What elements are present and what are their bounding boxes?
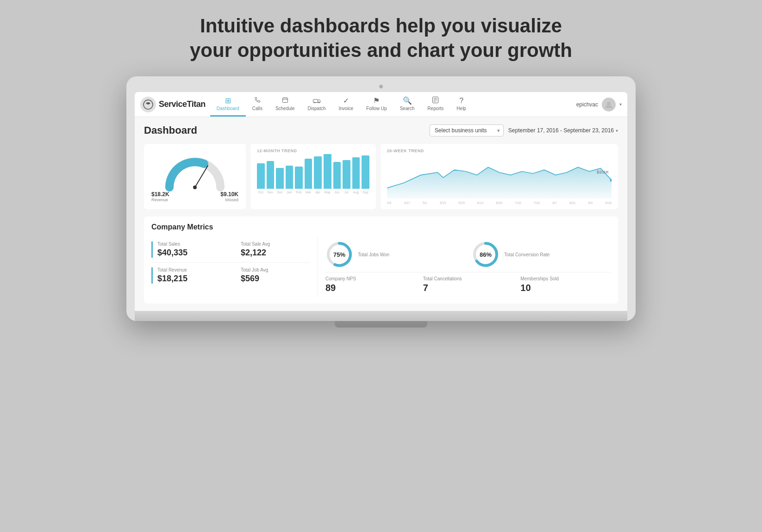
bar: [314, 156, 322, 189]
nav-items: ⊞ Dashboard Calls: [210, 92, 576, 117]
area-chart-title: 26-WEEK TREND: [387, 148, 612, 153]
memberships-sold-value: 10: [520, 283, 611, 293]
total-revenue-block: Total Revenue $18,215: [151, 267, 227, 284]
laptop-screen-frame: ServiceTitan ⊞ Dashboard Calls: [126, 76, 636, 321]
area-xlabel: 9/4: [588, 201, 593, 204]
missed-value: $9.10K: [220, 191, 238, 198]
area-chart-wrapper: $101K 4/34/175/15/155/296/126/267/107/24…: [387, 157, 612, 204]
bar-group: Jul: [343, 160, 350, 194]
nav-label-dashboard: Dashboard: [217, 106, 239, 111]
laptop-frame: ServiceTitan ⊞ Dashboard Calls: [126, 76, 636, 328]
memberships-sold-label: Memberships Sold: [520, 276, 611, 281]
bar-group: Aug: [352, 157, 360, 194]
dashboard-header: Dashboard Select business units Septembe…: [144, 124, 618, 136]
total-jobs-won-donut: 75%: [325, 241, 353, 268]
bar-label: Mar: [306, 191, 311, 194]
metrics-section: Company Metrics Total Sales $40,335: [144, 217, 618, 303]
bar-label: Jul: [344, 191, 349, 194]
page-headline: Intuitive dashboards help you visualize …: [190, 14, 572, 62]
followup-icon: ⚑: [373, 96, 380, 105]
logo-text: ServiceTitan: [159, 99, 206, 109]
bar-label: Feb: [296, 191, 302, 194]
bar-chart: OctNovDecJanFebMarAprMayJunJulAugSep: [257, 157, 369, 194]
schedule-icon: [282, 97, 288, 105]
bar-group: Oct: [257, 163, 265, 194]
bar-label: Jan: [287, 191, 292, 194]
business-unit-select[interactable]: Select business units: [430, 124, 504, 136]
nav-username: epichvac: [576, 101, 598, 108]
dashboard-title: Dashboard: [144, 124, 197, 136]
nav-item-schedule[interactable]: Schedule: [269, 92, 301, 117]
nav-right: epichvac ▾: [576, 98, 622, 111]
bar-group: Nov: [267, 161, 275, 194]
bar-label: Sep: [362, 191, 368, 194]
area-xlabel: 4/3: [387, 201, 392, 204]
total-conversion-pct: 86%: [480, 251, 492, 258]
area-xlabel: 6/12: [477, 201, 484, 204]
gauge-section: $18.2K Revenue $9.10K Missed: [144, 144, 246, 209]
svg-point-14: [193, 186, 197, 189]
area-xlabel: 4/17: [404, 201, 410, 204]
search-icon: 🔍: [403, 96, 412, 105]
nav-label-calls: Calls: [252, 106, 262, 111]
bar-group: Feb: [295, 167, 303, 194]
dispatch-icon: [313, 97, 320, 105]
metrics-right-bottom-row: Company NPS 89 Total Cancellations 7 Mem…: [325, 272, 611, 297]
total-job-avg-label: Total Job Avg: [241, 267, 310, 272]
nav-label-search: Search: [400, 106, 415, 111]
area-xlabel: 6/26: [496, 201, 502, 204]
metric-row-2: Total Revenue $18,215 Total Job Avg $569: [151, 263, 310, 288]
charts-row: $18.2K Revenue $9.10K Missed 12-MONTH TR…: [144, 144, 618, 209]
revenue-value: $18.2K: [151, 191, 169, 198]
laptop-stand: [335, 321, 427, 328]
nav-dropdown-arrow[interactable]: ▾: [619, 102, 622, 107]
dashboard-content: Dashboard Select business units Septembe…: [135, 117, 627, 311]
total-conversion-label: Total Conversion Rate: [504, 252, 611, 257]
bar-label: Nov: [268, 191, 273, 194]
nav-item-reports[interactable]: Reports: [421, 92, 450, 117]
area-xlabel: 7/10: [515, 201, 521, 204]
bar: [343, 160, 350, 189]
headline-line2: your opportunities and chart your growth: [190, 38, 572, 63]
bar-label: Aug: [353, 191, 359, 194]
business-unit-select-wrapper[interactable]: Select business units: [430, 124, 504, 136]
app-nav: ServiceTitan ⊞ Dashboard Calls: [135, 92, 627, 117]
date-range[interactable]: September 17, 2016 - September 23, 2016: [508, 127, 618, 134]
bar-chart-section: 12-MONTH TREND OctNovDecJanFebMarAprMayJ…: [250, 144, 376, 209]
headline-line1: Intuitive dashboards help you visualize: [190, 14, 572, 38]
total-cancellations-label: Total Cancellations: [423, 276, 513, 281]
bar-label: Dec: [277, 191, 282, 194]
area-xlabel: 7/24: [534, 201, 540, 204]
nav-item-help[interactable]: ? Help: [450, 92, 473, 117]
nav-avatar[interactable]: [602, 98, 616, 111]
nav-logo: ServiceTitan: [140, 97, 206, 112]
svg-line-13: [195, 166, 208, 187]
area-end-label: $101K: [597, 170, 609, 174]
total-sale-avg-block: Total Sale Avg $2,122: [236, 241, 310, 258]
bar: [286, 166, 294, 189]
nav-label-invoice: Invoice: [339, 106, 354, 111]
nav-item-calls[interactable]: Calls: [246, 92, 269, 117]
nav-label-reports: Reports: [427, 106, 443, 111]
bar: [305, 159, 312, 189]
bar-label: Oct: [258, 191, 263, 194]
bar-group: May: [324, 154, 331, 194]
metrics-title: Company Metrics: [151, 223, 611, 231]
total-revenue-value: $18,215: [157, 274, 227, 284]
area-xlabel: 5/15: [440, 201, 446, 204]
svg-point-12: [607, 102, 611, 105]
dashboard-icon: ⊞: [225, 96, 231, 105]
total-sales-block: Total Sales $40,335: [151, 241, 227, 258]
nav-item-search[interactable]: 🔍 Search: [393, 92, 421, 117]
nav-item-dispatch[interactable]: Dispatch: [301, 92, 332, 117]
nav-item-invoice[interactable]: ✓ Invoice: [332, 92, 360, 117]
total-conversion-donut: 86%: [472, 241, 500, 268]
nav-label-dispatch: Dispatch: [308, 106, 326, 111]
nav-item-dashboard[interactable]: ⊞ Dashboard: [210, 92, 246, 117]
dashboard-controls: Select business units September 17, 2016…: [430, 124, 618, 136]
nav-item-followup[interactable]: ⚑ Follow Up: [360, 92, 393, 117]
total-jobs-won-label: Total Jobs Won: [358, 252, 464, 257]
total-sales-value: $40,335: [157, 248, 227, 258]
area-chart-svg: [387, 157, 612, 198]
area-xlabel: 8/21: [569, 201, 576, 204]
